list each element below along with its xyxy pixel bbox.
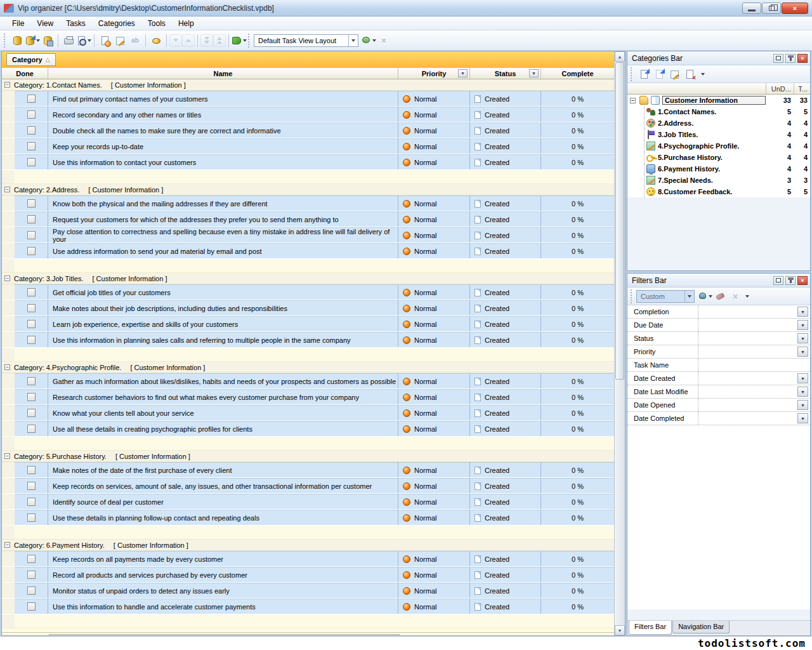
task-row[interactable]: Use address information to send your ad … <box>2 243 614 259</box>
task-row[interactable]: Use this information in planning sales c… <box>2 332 614 348</box>
task-row[interactable]: Research customer behaviors to find out … <box>2 389 614 405</box>
new-database-button[interactable] <box>10 33 25 48</box>
collapse-group-icon[interactable]: − <box>4 453 10 459</box>
categories-bar-restore-icon[interactable] <box>773 54 783 63</box>
task-row[interactable]: Keep records on services, amount of sale… <box>2 478 614 494</box>
layout-combobox[interactable]: Default Task View Layout <box>254 34 358 47</box>
done-checkbox[interactable] <box>27 247 36 255</box>
layout-combobox-dropdown-icon[interactable] <box>348 35 358 46</box>
vertical-scrollbar[interactable]: ▲ ▼ <box>614 51 625 635</box>
tree-root-row[interactable]: −Customer Information3333 <box>627 95 810 106</box>
open-database-button[interactable] <box>25 33 40 48</box>
tree-item-row[interactable]: 5.Purchase History.44 <box>627 152 810 163</box>
task-row[interactable]: Know what your clients tell about your s… <box>2 405 614 421</box>
task-row[interactable]: Use all these details in creating psycho… <box>2 421 614 437</box>
filter-dropdown-icon[interactable]: ▼ <box>797 333 808 343</box>
filter-dropdown-icon[interactable]: ▼ <box>797 347 808 357</box>
scrollbar-thumb[interactable] <box>615 62 624 380</box>
done-checkbox[interactable] <box>27 514 36 522</box>
done-checkbox[interactable] <box>27 288 36 296</box>
done-checkbox[interactable] <box>27 158 36 166</box>
done-checkbox[interactable] <box>27 320 36 328</box>
menu-tasks[interactable]: Tasks <box>60 17 91 30</box>
done-checkbox[interactable] <box>27 142 36 150</box>
task-row[interactable]: Use this information to handle and accel… <box>2 599 614 614</box>
collapse-group-icon[interactable]: − <box>4 82 10 88</box>
done-checkbox[interactable] <box>27 199 36 208</box>
delete-category-button[interactable]: × <box>682 67 697 82</box>
new-category-button[interactable] <box>636 67 652 82</box>
done-checkbox[interactable] <box>27 498 36 506</box>
group-header-row[interactable]: −Category: 2.Address.[ Customer Informat… <box>2 184 614 196</box>
menu-file[interactable]: File <box>6 17 30 30</box>
toolbar-grip-2[interactable] <box>248 34 251 48</box>
column-header-undone[interactable]: UnD... <box>766 83 794 94</box>
collapse-group-icon[interactable]: − <box>4 364 10 370</box>
task-row[interactable]: Identify source of deal per customerNorm… <box>2 494 614 510</box>
task-row[interactable]: Gather as much information about likes/d… <box>2 373 614 389</box>
status-filter-dropdown-icon[interactable]: ▼ <box>529 69 539 77</box>
group-by-category-chip[interactable]: Category △ <box>6 53 56 66</box>
done-checkbox[interactable] <box>27 377 36 385</box>
task-row[interactable]: Record all products and services purchas… <box>2 567 614 583</box>
apply-filter-button[interactable] <box>697 289 712 304</box>
new-task-button[interactable] <box>97 33 112 48</box>
close-button[interactable]: × <box>782 3 808 14</box>
view-mode-button[interactable] <box>232 33 247 48</box>
done-checkbox[interactable] <box>27 304 36 312</box>
menu-view[interactable]: View <box>31 17 59 30</box>
done-checkbox[interactable] <box>27 602 36 611</box>
done-checkbox[interactable] <box>27 466 36 474</box>
task-row[interactable]: Keep records on all payments made by eve… <box>2 551 614 567</box>
filter-dropdown-icon[interactable]: ▼ <box>797 400 808 410</box>
column-header-status[interactable]: Status▼ <box>470 68 541 79</box>
tree-item-row[interactable]: 8.Customer Feedback.55 <box>627 186 810 197</box>
print-preview-dropdown-icon[interactable] <box>88 39 91 42</box>
done-checkbox[interactable] <box>27 215 36 223</box>
tree-item-row[interactable]: 2.Address.44 <box>627 117 810 129</box>
task-row[interactable]: Find out primary contact names of your c… <box>2 91 614 107</box>
tab-filters-bar[interactable]: Filters Bar <box>629 621 672 635</box>
group-header-row[interactable]: −Category: 1.Contact Names.[ Customer In… <box>2 79 614 91</box>
task-row[interactable]: Double check all the names to make sure … <box>2 123 614 138</box>
categories-bar-pin-icon[interactable] <box>785 54 796 63</box>
done-checkbox[interactable] <box>27 555 36 563</box>
done-checkbox[interactable] <box>27 336 36 344</box>
restore-button[interactable] <box>762 3 781 14</box>
filter-dropdown-icon[interactable]: ▼ <box>797 413 808 423</box>
filters-bar-pin-icon[interactable] <box>785 276 796 285</box>
menu-help[interactable]: Help <box>173 17 200 30</box>
done-checkbox[interactable] <box>27 571 36 579</box>
column-header-complete[interactable]: Complete <box>541 68 614 79</box>
column-header-done[interactable]: Done <box>2 68 48 79</box>
task-row[interactable]: Learn job experience, expertise and skil… <box>2 316 614 332</box>
done-checkbox[interactable] <box>27 110 36 119</box>
collapse-group-icon[interactable]: − <box>4 275 10 281</box>
menu-tools[interactable]: Tools <box>142 17 171 30</box>
menu-categories[interactable]: Categories <box>93 17 141 30</box>
tree-item-row[interactable]: 3.Job Titles.44 <box>627 129 810 140</box>
tree-item-row[interactable]: 6.Payment History.44 <box>627 163 810 175</box>
filters-bar-restore-icon[interactable] <box>773 276 783 285</box>
filter-dropdown-icon[interactable]: ▼ <box>797 373 808 383</box>
group-header-row[interactable]: −Category: 3.Job Titles.[ Customer Infor… <box>2 273 614 284</box>
collapse-tree-icon[interactable]: − <box>630 98 636 103</box>
task-row[interactable]: Record secondary and any other names or … <box>2 107 614 123</box>
task-row[interactable]: Use these details in planning follow-up … <box>2 510 614 526</box>
toolbar-grip[interactable] <box>4 34 7 48</box>
column-header-priority[interactable]: Priority▼ <box>398 68 470 79</box>
edit-task-button[interactable] <box>112 33 128 48</box>
save-database-button[interactable] <box>40 33 55 48</box>
tree-item-row[interactable]: 4.Psychographic Profile.44 <box>627 140 810 152</box>
task-row[interactable]: Keep your records up-to-dateNormalCreate… <box>2 138 614 154</box>
clear-filter-button[interactable] <box>712 289 728 304</box>
task-row[interactable]: Pay close attention to correctness and s… <box>2 227 614 243</box>
scroll-down-icon[interactable]: ▼ <box>615 625 625 635</box>
filter-dropdown-icon[interactable]: ▼ <box>797 387 808 397</box>
task-row[interactable]: Monitor status of unpaid orders to detec… <box>2 583 614 599</box>
categories-toolbar-dropdown-icon[interactable] <box>701 73 705 76</box>
tab-navigation-bar[interactable]: Navigation Bar <box>672 621 730 633</box>
filter-preset-combobox[interactable]: Custom <box>636 290 695 303</box>
view-mode-dropdown-icon[interactable] <box>243 39 247 42</box>
done-checkbox[interactable] <box>27 482 36 490</box>
